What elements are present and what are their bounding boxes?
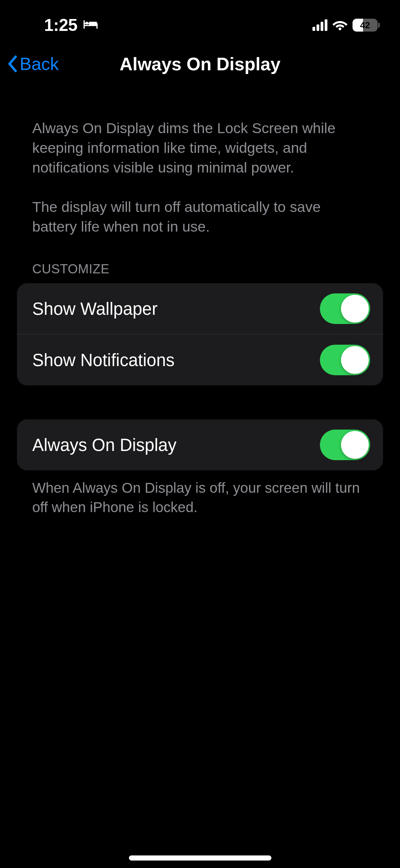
show-notifications-row: Show Notifications: [17, 334, 383, 385]
show-wallpaper-row: Show Wallpaper: [17, 283, 383, 334]
cellular-signal-icon: [312, 19, 327, 31]
wifi-icon: [332, 19, 348, 32]
battery-percent: 42: [353, 19, 378, 32]
show-wallpaper-toggle[interactable]: [320, 293, 370, 324]
always-on-display-toggle[interactable]: [320, 430, 370, 460]
description-block: Always On Display dims the Lock Screen w…: [17, 88, 383, 236]
always-on-display-label: Always On Display: [32, 435, 176, 455]
description-paragraph-2: The display will turn off automatically …: [32, 197, 368, 236]
svg-rect-1: [89, 22, 97, 25]
sleep-focus-icon: [83, 19, 98, 31]
svg-point-2: [339, 28, 341, 30]
main-group: Always On Display: [17, 419, 383, 470]
home-indicator[interactable]: [129, 855, 271, 861]
customize-group: Show Wallpaper Show Notifications: [17, 283, 383, 385]
description-paragraph-1: Always On Display dims the Lock Screen w…: [32, 118, 368, 177]
show-notifications-toggle[interactable]: [320, 345, 370, 375]
status-time: 1:25: [44, 15, 77, 35]
page-title: Always On Display: [0, 54, 400, 74]
status-left: 1:25: [44, 15, 98, 35]
show-wallpaper-label: Show Wallpaper: [32, 299, 157, 319]
svg-point-0: [85, 22, 88, 24]
content: Always On Display dims the Lock Screen w…: [0, 88, 400, 517]
section-header-customize: CUSTOMIZE: [17, 236, 383, 283]
status-right: 42: [312, 19, 380, 32]
battery-indicator: 42: [353, 19, 380, 32]
always-on-display-row: Always On Display: [17, 419, 383, 470]
footer-description: When Always On Display is off, your scre…: [17, 470, 383, 517]
show-notifications-label: Show Notifications: [32, 350, 175, 370]
status-bar: 1:25 42: [0, 0, 400, 40]
navigation-bar: Back Always On Display: [0, 40, 400, 88]
